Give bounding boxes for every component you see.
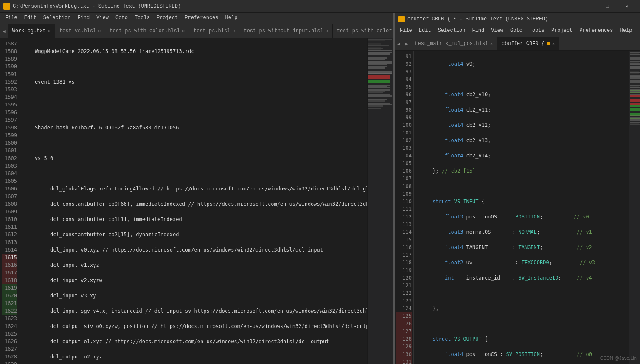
tab-test-ps-color-label: test_ps_with_color.hlsl bbox=[109, 28, 180, 34]
menu-goto-left[interactable]: Goto bbox=[112, 14, 131, 22]
right-minimap bbox=[629, 51, 640, 364]
menu-file-left[interactable]: File bbox=[2, 14, 21, 22]
right-code-area: 91 92 93 94 95 96 97 98 99 100 101 102 1… bbox=[395, 51, 640, 364]
tab-matrix-label: test_matrix_mul_pos.hlsl bbox=[415, 41, 488, 47]
right-tab-bar: ◀ ▶ test_matrix_mul_pos.hlsl ✕ cbuffer C… bbox=[395, 36, 640, 51]
right-title-text: cbuffer CBF0 { • - Sublime Text (UNREGIS… bbox=[407, 16, 640, 22]
right-pane: cbuffer CBF0 { • - Sublime Text (UNREGIS… bbox=[395, 13, 640, 364]
left-code-area: 1587 1588 1589 1590 1591 1592 1593 1594 … bbox=[0, 38, 393, 364]
menu-find-left[interactable]: Find bbox=[74, 14, 93, 22]
tab-test-vs-close[interactable]: ✕ bbox=[98, 28, 101, 34]
menu-view-right[interactable]: View bbox=[488, 27, 507, 34]
tab-test-ps-label: test_ps.hlsl bbox=[194, 28, 230, 34]
menu-preferences-right[interactable]: Preferences bbox=[576, 27, 616, 34]
left-code-content[interactable]: WmgpModelGame_2022.06.15_08_53.56_frame1… bbox=[19, 38, 367, 364]
menu-preferences-left[interactable]: Preferences bbox=[181, 14, 222, 22]
menu-help-right[interactable]: Help bbox=[617, 27, 636, 34]
minimize-button[interactable]: ─ bbox=[578, 0, 598, 13]
left-menu-bar: File Edit Selection Find View Goto Tools… bbox=[0, 13, 393, 23]
menu-help-left[interactable]: Help bbox=[222, 14, 241, 22]
tab-worklog-close[interactable]: ✕ bbox=[48, 28, 51, 34]
left-title-text: G:\PersonInfo\WorkLog.txt - Sublime Text… bbox=[13, 3, 578, 9]
maximize-button[interactable]: □ bbox=[598, 0, 617, 13]
left-app-icon bbox=[3, 3, 10, 10]
tab-test-ps[interactable]: test_ps.hlsl ✕ bbox=[189, 24, 239, 38]
left-win-controls: ─ □ ✕ bbox=[578, 0, 637, 13]
tab-test-ps-color-noinput-label: test_ps_with_color_without_input.hlsl bbox=[337, 28, 393, 34]
left-tab-arrow[interactable]: ◀ bbox=[0, 24, 8, 38]
menu-project-right[interactable]: Project bbox=[548, 27, 576, 34]
right-app-icon bbox=[398, 16, 405, 22]
left-title-bar: G:\PersonInfo\WorkLog.txt - Sublime Text… bbox=[0, 0, 640, 13]
left-pane: File Edit Selection Find View Goto Tools… bbox=[0, 13, 395, 364]
tab-test-ps-color-close[interactable]: ✕ bbox=[182, 28, 185, 34]
tab-test-vs[interactable]: test_vs.hlsl ✕ bbox=[55, 24, 105, 38]
tab-worklog[interactable]: WorkLog.txt ✕ bbox=[8, 24, 55, 38]
tab-cbuffer-close[interactable]: ✕ bbox=[552, 41, 555, 46]
right-code-content[interactable]: float4 v9; float4 cb2_v10; float4 cb2_v1… bbox=[414, 51, 629, 364]
tab-test-ps-noinput-label: test_ps_without_input.hlsl bbox=[244, 28, 323, 34]
left-line-numbers: 1587 1588 1589 1590 1591 1592 1593 1594 … bbox=[0, 38, 19, 364]
menu-selection-right[interactable]: Selection bbox=[435, 27, 469, 34]
menu-project-left[interactable]: Project bbox=[153, 14, 181, 22]
tab-cbuffer-label: cbuffer CBF0 { bbox=[502, 41, 545, 47]
tab-cbuffer-modified bbox=[547, 42, 550, 45]
menu-tools-left[interactable]: Tools bbox=[131, 14, 153, 22]
tab-test-ps-noinput[interactable]: test_ps_without_input.hlsl ✕ bbox=[239, 24, 332, 38]
right-title-bar: cbuffer CBF0 { • - Sublime Text (UNREGIS… bbox=[395, 13, 640, 25]
left-tab-bar: ◀ WorkLog.txt ✕ test_vs.hlsl ✕ test_ps_w… bbox=[0, 23, 393, 38]
right-tab-arrow-right[interactable]: ▶ bbox=[403, 37, 411, 50]
menu-goto-right[interactable]: Goto bbox=[507, 27, 526, 34]
right-tab-arrow-left[interactable]: ◀ bbox=[395, 37, 403, 50]
menu-file-right[interactable]: File bbox=[396, 27, 415, 34]
tab-test-ps-color[interactable]: test_ps_with_color.hlsl ✕ bbox=[105, 24, 189, 38]
menu-view-left[interactable]: View bbox=[93, 14, 112, 22]
tab-matrix-close[interactable]: ✕ bbox=[490, 41, 493, 46]
right-menu-bar: File Edit Selection Find View Goto Tools… bbox=[395, 25, 640, 36]
tab-test-ps-close[interactable]: ✕ bbox=[232, 28, 235, 34]
menu-tools-right[interactable]: Tools bbox=[526, 27, 548, 34]
tab-test-ps-noinput-close[interactable]: ✕ bbox=[326, 28, 328, 34]
tab-matrix[interactable]: test_matrix_mul_pos.hlsl ✕ bbox=[410, 37, 497, 50]
tab-test-ps-color-noinput[interactable]: test_ps_with_color_without_input.hlsl ✕ bbox=[333, 24, 393, 38]
menu-find-right[interactable]: Find bbox=[469, 27, 488, 34]
tab-worklog-label: WorkLog.txt bbox=[12, 28, 46, 34]
tab-cbuffer[interactable]: cbuffer CBF0 { ✕ bbox=[497, 37, 559, 50]
menu-edit-left[interactable]: Edit bbox=[21, 14, 40, 22]
tab-test-vs-label: test_vs.hlsl bbox=[59, 28, 96, 34]
left-minimap bbox=[367, 38, 393, 364]
right-line-numbers: 91 92 93 94 95 96 97 98 99 100 101 102 1… bbox=[395, 51, 414, 364]
close-button[interactable]: ✕ bbox=[617, 0, 637, 13]
menu-edit-right[interactable]: Edit bbox=[415, 27, 435, 34]
menu-selection-left[interactable]: Selection bbox=[40, 14, 74, 22]
